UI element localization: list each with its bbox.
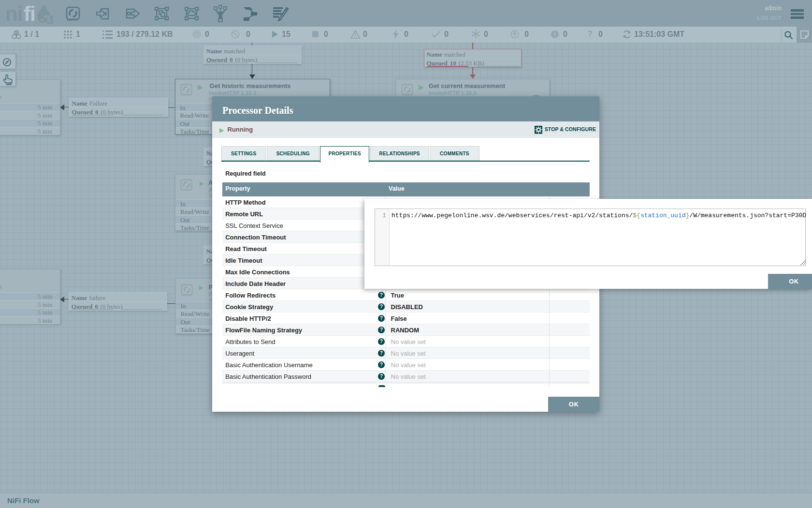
svg-text:ni: ni xyxy=(6,3,22,24)
svg-text:fi: fi xyxy=(24,3,35,24)
